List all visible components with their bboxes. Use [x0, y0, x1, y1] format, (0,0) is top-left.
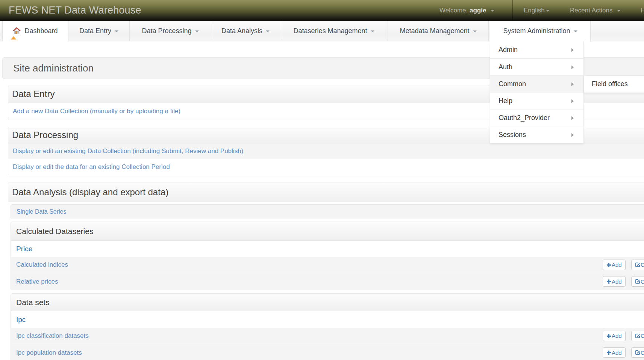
single-data-series-link[interactable]: Single Data Series: [17, 208, 67, 215]
add-button-label: Add: [612, 344, 622, 360]
change-button[interactable]: Change: [631, 347, 644, 358]
ipc-population-datasets-link[interactable]: Ipc population datasets: [16, 349, 82, 356]
tab-label: Data Processing: [142, 27, 191, 35]
tab-system-administration[interactable]: System Administration: [490, 21, 591, 42]
system-administration-menu: Admin Auth Common Help Oauth2_Provider S…: [490, 41, 584, 143]
data-analysis-panel: Data Analysis (display and export data) …: [8, 182, 644, 360]
caret-down-icon: [574, 30, 577, 32]
plus-icon: [606, 334, 611, 339]
tab-label: Metadata Management: [400, 27, 469, 35]
submenu-arrow-icon: [571, 48, 574, 52]
submenu-arrow-icon: [571, 99, 574, 103]
username: aggie: [470, 7, 486, 14]
add-button[interactable]: Add: [603, 347, 626, 358]
add-button[interactable]: Add: [603, 276, 626, 287]
add-button-label: Add: [612, 328, 622, 344]
change-button[interactable]: Change: [631, 260, 644, 270]
display-edit-collection-link[interactable]: Display or edit an existing Data Collect…: [13, 147, 243, 155]
help-label: Help: [641, 7, 644, 14]
edit-icon: [635, 350, 640, 355]
menu-item-label: Auth: [499, 63, 512, 71]
data-analysis-heading: Data Analysis (display and export data): [8, 182, 644, 202]
app-title: FEWS NET Data Warehouse: [9, 0, 141, 21]
plus-icon: [606, 279, 611, 284]
caret-down-icon: [195, 30, 199, 32]
active-tab-marker-icon: [11, 36, 16, 39]
calculated-dataseries-panel: Calculated Dataseries Price Calculated i…: [11, 222, 644, 290]
caret-down-icon: [546, 10, 550, 12]
recent-actions-menu[interactable]: Recent Actions: [570, 0, 621, 21]
table-row: Display or edit the data for an existing…: [8, 159, 644, 175]
language-menu[interactable]: English: [524, 0, 550, 21]
calculated-dataseries-heading: Calculated Dataseries: [11, 222, 644, 241]
menu-item-oauth2-provider[interactable]: Oauth2_Provider: [490, 109, 583, 126]
menu-item-label: Sessions: [499, 131, 526, 138]
submenu-item-field-offices[interactable]: Field offices: [584, 76, 644, 93]
table-row: Ipc: [11, 311, 644, 328]
menu-item-label: Oauth2_Provider: [499, 114, 550, 122]
menu-item-help[interactable]: Help: [490, 92, 583, 109]
menu-item-label: Help: [499, 97, 512, 105]
price-caption-link[interactable]: Price: [16, 245, 32, 253]
tab-data-processing[interactable]: Data Processing: [130, 21, 211, 41]
calculated-indices-link[interactable]: Calculated indices: [16, 261, 68, 268]
change-button-label: Change: [641, 273, 644, 290]
add-data-collection-link[interactable]: Add a new Data Collection (manually or b…: [13, 108, 180, 115]
caret-down-icon: [266, 30, 270, 32]
table-row: Ipc classification datasets Add Change: [11, 328, 644, 344]
add-button[interactable]: Add: [603, 331, 626, 341]
menu-item-label: Common: [499, 80, 526, 88]
tab-label: Dataseries Management: [293, 27, 367, 35]
main-nav: Dashboard Data Entry Data Processing Dat…: [0, 21, 644, 41]
app-header: FEWS NET Data Warehouse Welcome, aggie E…: [0, 0, 644, 21]
single-data-series-panel: Single Data Series: [11, 204, 644, 219]
add-button-label: Add: [612, 273, 622, 290]
tab-label: Dashboard: [24, 27, 58, 35]
table-row: Display or edit an existing Data Collect…: [8, 143, 644, 159]
tab-data-entry[interactable]: Data Entry: [68, 21, 130, 41]
change-button[interactable]: Change: [631, 331, 644, 341]
language-label: English: [524, 7, 545, 14]
ipc-caption-link[interactable]: Ipc: [16, 316, 26, 324]
help-menu[interactable]: Help: [641, 0, 644, 21]
table-row: Ipc population datasets Add Change: [11, 344, 644, 360]
menu-item-admin[interactable]: Admin: [490, 41, 583, 58]
data-sets-panel: Data sets Ipc Ipc classification dataset…: [11, 293, 644, 360]
submenu-arrow-icon: [571, 133, 574, 137]
table-row: Relative prices Add Change: [11, 273, 644, 290]
edit-icon: [635, 262, 640, 267]
caret-down-icon: [617, 10, 621, 12]
add-button-label: Add: [612, 257, 622, 273]
caret-down-icon: [473, 30, 477, 32]
recent-actions-label: Recent Actions: [570, 7, 612, 14]
tab-metadata-management[interactable]: Metadata Management: [388, 21, 489, 41]
caret-down-icon: [371, 30, 374, 32]
menu-item-sessions[interactable]: Sessions: [490, 126, 583, 143]
edit-icon: [635, 333, 640, 339]
table-row: Single Data Series: [11, 205, 644, 219]
table-row: Calculated indices Add Change: [11, 257, 644, 273]
menu-item-label: Field offices: [592, 80, 628, 88]
menu-item-auth[interactable]: Auth: [490, 58, 583, 75]
submenu-arrow-icon: [571, 116, 574, 120]
relative-prices-link[interactable]: Relative prices: [16, 278, 58, 285]
user-menu[interactable]: Welcome, aggie: [439, 0, 494, 21]
plus-icon: [606, 350, 611, 355]
data-sets-heading: Data sets: [11, 294, 644, 311]
caret-down-icon: [115, 30, 118, 32]
welcome-label: Welcome,: [439, 7, 468, 14]
display-edit-period-link[interactable]: Display or edit the data for an existing…: [13, 163, 170, 170]
menu-item-common[interactable]: Common: [490, 75, 583, 92]
menu-item-label: Admin: [499, 46, 518, 53]
change-button[interactable]: Change: [631, 276, 644, 287]
edit-icon: [635, 279, 640, 284]
submenu-arrow-icon: [571, 65, 574, 69]
tab-dataseries-management[interactable]: Dataseries Management: [280, 21, 388, 41]
tab-data-analysis[interactable]: Data Analysis: [211, 21, 280, 41]
plus-icon: [606, 263, 611, 267]
ipc-classification-datasets-link[interactable]: Ipc classification datasets: [16, 332, 89, 339]
change-button-label: Change: [641, 344, 644, 360]
change-button-label: Change: [641, 257, 644, 273]
header-divider: [512, 0, 513, 21]
add-button[interactable]: Add: [603, 260, 626, 270]
